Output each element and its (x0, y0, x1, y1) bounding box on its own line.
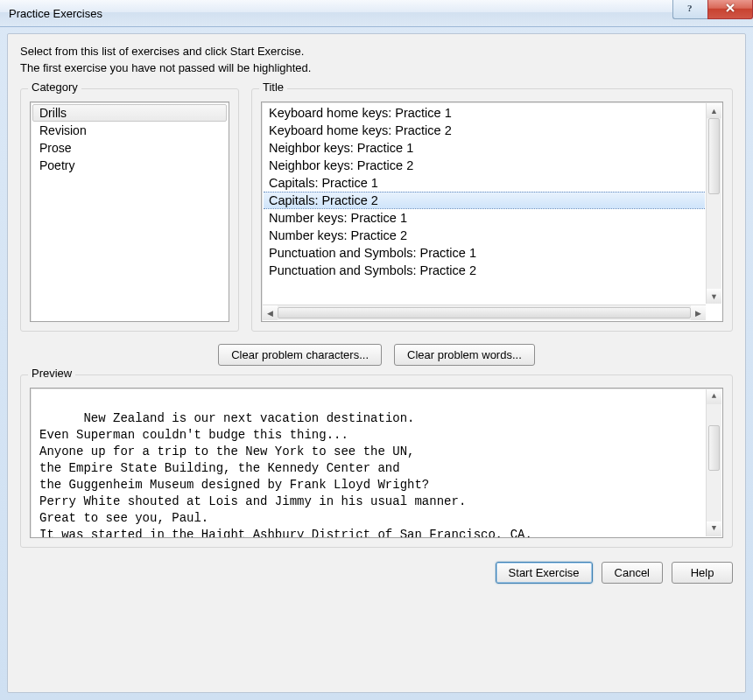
preview-group: Preview New Zealand is our next vacation… (20, 374, 733, 548)
scroll-thumb[interactable] (708, 118, 720, 194)
list-item[interactable]: Number keys: Practice 2 (264, 227, 705, 244)
category-label: Category (28, 80, 81, 94)
mid-button-row: Clear problem characters... Clear proble… (20, 344, 733, 366)
start-exercise-button[interactable]: Start Exercise (496, 562, 593, 584)
category-item-poetry[interactable]: Poetry (32, 157, 227, 174)
scroll-down-icon[interactable]: ▼ (707, 522, 721, 536)
hscroll-thumb[interactable] (278, 307, 691, 318)
window-controls: ? (672, 0, 753, 19)
list-item[interactable]: Punctuation and Symbols: Practice 1 (264, 244, 705, 262)
list-item[interactable]: Number keys: Practice 1 (264, 209, 705, 227)
preview-text: New Zealand is our next vacation destina… (39, 411, 532, 538)
title-vscrollbar[interactable]: ▲ ▼ (706, 103, 721, 304)
category-item-prose[interactable]: Prose (32, 139, 227, 157)
window-help-button[interactable]: ? (672, 0, 707, 19)
category-item-revision[interactable]: Revision (32, 122, 227, 139)
help-button[interactable]: Help (672, 562, 733, 584)
scroll-right-icon[interactable]: ▶ (691, 305, 706, 320)
list-item[interactable]: Keyboard home keys: Practice 1 (264, 104, 705, 122)
list-item[interactable]: Capitals: Practice 1 (264, 174, 705, 192)
intro-line-2: The first exercise you have not passed w… (20, 61, 733, 74)
list-item[interactable]: Punctuation and Symbols: Practice 2 (264, 262, 705, 279)
clear-problem-words-button[interactable]: Clear problem words... (394, 344, 535, 366)
clear-problem-characters-button[interactable]: Clear problem characters... (218, 344, 382, 366)
scroll-left-icon[interactable]: ◀ (263, 305, 278, 320)
preview-label: Preview (28, 367, 75, 380)
svg-text:?: ? (687, 3, 693, 13)
category-item-drills[interactable]: Drills (32, 104, 227, 122)
scroll-track[interactable] (707, 118, 721, 289)
list-item[interactable]: Neighbor keys: Practice 1 (264, 139, 705, 157)
category-group: Category Drills Revision Prose Poetry (20, 88, 239, 332)
list-item[interactable]: Capitals: Practice 2 (264, 192, 705, 209)
titlebar: Practice Exercises ? (0, 0, 753, 27)
title-listbox[interactable]: Keyboard home keys: Practice 1 Keyboard … (261, 102, 723, 322)
dialog-body: Select from this list of exercises and c… (7, 33, 746, 693)
scroll-up-icon[interactable]: ▲ (707, 103, 721, 118)
title-hscrollbar[interactable]: ◀ ▶ (263, 304, 706, 320)
category-listbox[interactable]: Drills Revision Prose Poetry (30, 102, 229, 322)
cancel-button[interactable]: Cancel (602, 562, 663, 584)
close-icon (725, 3, 735, 16)
scroll-up-icon[interactable]: ▲ (707, 389, 721, 404)
window-title: Practice Exercises (9, 7, 102, 20)
list-item[interactable]: Neighbor keys: Practice 2 (264, 157, 705, 174)
bottom-button-row: Start Exercise Cancel Help (20, 562, 733, 584)
help-icon: ? (686, 3, 696, 16)
window-close-button[interactable] (707, 0, 753, 19)
title-label: Title (259, 80, 287, 94)
preview-vscrollbar[interactable]: ▲ ▼ (706, 389, 721, 536)
scroll-down-icon[interactable]: ▼ (707, 289, 721, 304)
scroll-track[interactable] (707, 404, 721, 522)
title-group: Title Keyboard home keys: Practice 1 Key… (251, 88, 733, 332)
intro-line-1: Select from this list of exercises and c… (20, 45, 733, 58)
list-item[interactable]: Keyboard home keys: Practice 2 (264, 122, 705, 139)
scroll-thumb[interactable] (708, 425, 720, 471)
hscroll-track[interactable] (278, 305, 691, 320)
title-list-inner: Keyboard home keys: Practice 1 Keyboard … (264, 104, 705, 304)
preview-textbox[interactable]: New Zealand is our next vacation destina… (30, 388, 723, 538)
